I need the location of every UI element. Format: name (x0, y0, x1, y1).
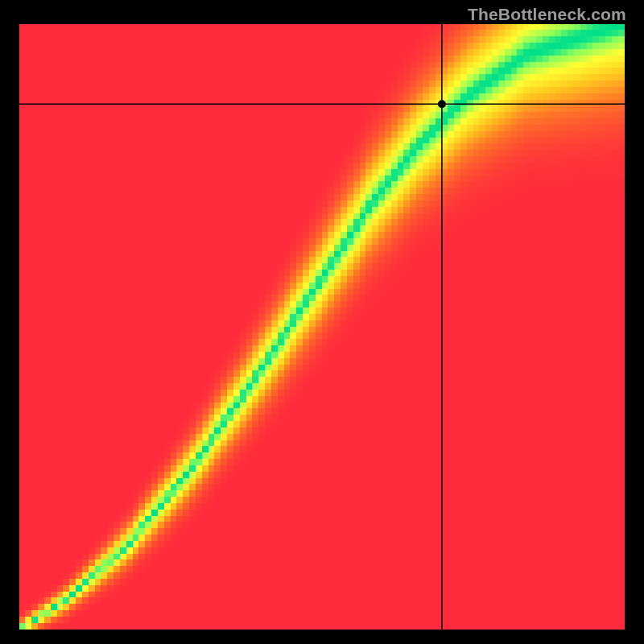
chart-container: TheBottleneck.com (0, 0, 644, 644)
watermark-text: TheBottleneck.com (468, 5, 626, 24)
heatmap-canvas (19, 24, 625, 630)
heatmap-plot (19, 24, 625, 630)
